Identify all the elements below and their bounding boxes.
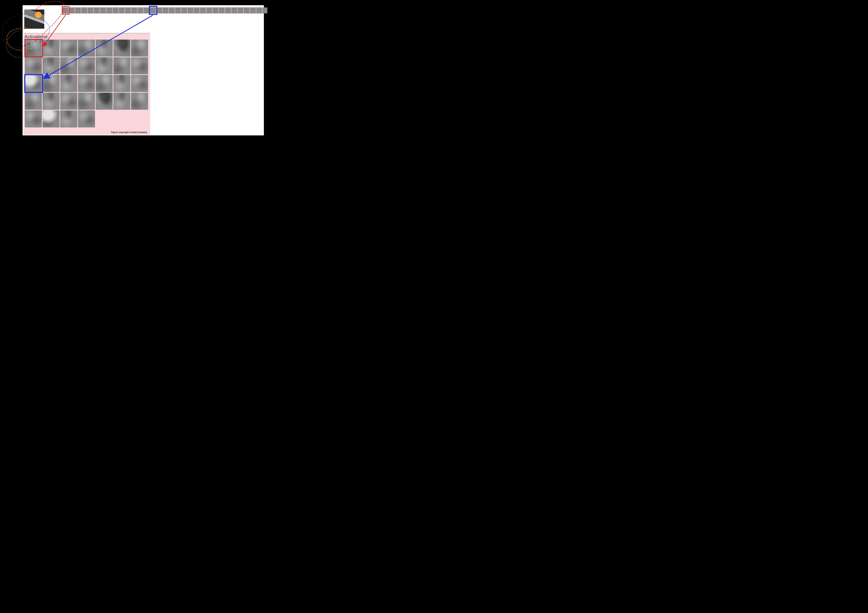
activation-3 [78,40,95,57]
filter-26 [225,8,231,13]
filter-17 [169,8,175,13]
activation-17 [78,75,95,92]
activation-24 [78,93,95,110]
activation-4 [96,40,113,57]
filter-4 [87,8,93,13]
activations-grid [25,40,148,127]
filter-9 [119,8,125,13]
activation-14 [25,75,42,92]
input-image-thumbnail [24,9,44,29]
filter-13 [144,8,150,13]
filter-5 [94,8,100,13]
activation-10 [78,57,95,74]
activation-18 [96,75,113,92]
activation-25 [96,93,113,110]
filter-6 [100,8,106,13]
activation-13 [131,57,148,74]
activation-29 [43,110,60,127]
activation-8 [43,57,60,74]
activations-title: Activations: [25,34,49,39]
filter-29 [244,8,250,13]
filter-31 [256,8,262,13]
figure-caption: Figure copyright Andrej Karpathy. [111,131,147,133]
filter-14 [150,8,156,13]
figure-stage: Activations: [0,0,267,137]
activation-1 [43,40,60,57]
activation-20 [131,75,148,92]
filter-0 [62,8,68,13]
filter-27 [231,8,237,13]
activation-31 [78,110,95,127]
filter-32 [262,8,267,13]
activation-19 [113,75,130,92]
filter-28 [237,8,243,13]
filter-16 [163,8,168,13]
filter-20 [188,8,194,13]
activation-26 [113,93,130,110]
activation-5 [113,40,130,57]
activation-28 [25,110,42,127]
activation-11 [96,57,113,74]
activation-30 [60,110,77,127]
filter-11 [131,8,137,13]
activation-21 [25,93,42,110]
activation-7 [25,57,42,74]
filter-23 [206,8,212,13]
activation-16 [60,75,77,92]
filter-24 [212,8,219,13]
activation-15 [43,75,60,92]
activation-0 [25,40,42,57]
filter-10 [125,8,131,13]
filter-21 [194,8,200,13]
activation-12 [113,57,130,74]
filter-2 [75,8,81,13]
activation-22 [43,93,60,110]
filter-8 [113,8,118,13]
filter-22 [200,8,206,13]
activation-2 [60,40,77,57]
activation-23 [60,93,77,110]
filter-30 [250,8,256,13]
activations-panel: Activations: [23,33,150,135]
filter-3 [81,8,87,13]
filter-strip [62,7,264,14]
filter-7 [106,8,112,13]
activation-6 [131,40,148,57]
activation-9 [60,57,77,74]
filter-1 [69,8,74,13]
filter-19 [181,8,187,13]
activation-27 [131,93,148,110]
filter-25 [219,8,225,13]
filter-15 [156,8,162,13]
filter-18 [175,8,181,13]
filter-12 [138,8,143,13]
